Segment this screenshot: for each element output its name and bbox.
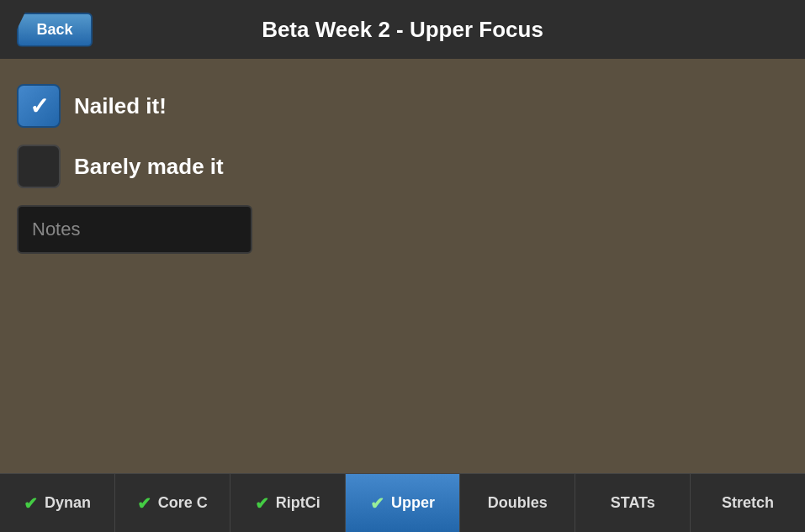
main-content: ✓ Nailed it! Barely made it [0,59,805,473]
tab-stretch-label: Stretch [722,494,774,512]
tab-doubles-label: Doubles [488,494,548,512]
core-c-check-icon: ✔ [137,493,151,514]
barely-made-it-checkbox[interactable] [17,145,61,188]
header: Back Beta Week 2 - Upper Focus [0,0,805,59]
barely-made-it-label: Barely made it [74,154,224,180]
nailed-it-label: Nailed it! [74,93,167,119]
nailed-it-row: ✓ Nailed it! [17,84,788,128]
tab-stats-label: STATs [611,494,655,512]
dynan-check-icon: ✔ [24,493,38,514]
tab-dynan-label: Dynan [45,494,91,512]
tab-upper-label: Upper [391,494,435,512]
tab-riptci[interactable]: ✔ RiptCi [230,474,346,532]
bottom-nav: ✔ Dynan ✔ Core C ✔ RiptCi ✔ Upper Double… [0,473,805,532]
checkmark-icon: ✓ [29,92,49,120]
tab-core-c[interactable]: ✔ Core C [115,474,230,532]
tab-riptci-label: RiptCi [276,494,320,512]
tab-core-c-label: Core C [158,494,208,512]
back-button[interactable]: Back [17,13,93,47]
page-title: Beta Week 2 - Upper Focus [262,17,543,43]
upper-check-icon: ✔ [370,493,384,514]
tab-stretch[interactable]: Stretch [691,474,805,532]
notes-input[interactable] [17,205,252,254]
tab-dynan[interactable]: ✔ Dynan [0,474,115,532]
nailed-it-checkbox[interactable]: ✓ [17,84,61,128]
barely-made-it-row: Barely made it [17,145,788,188]
tab-stats[interactable]: STATs [575,474,691,532]
tab-doubles[interactable]: Doubles [460,474,575,532]
riptci-check-icon: ✔ [255,493,269,514]
tab-upper[interactable]: ✔ Upper [346,474,461,532]
